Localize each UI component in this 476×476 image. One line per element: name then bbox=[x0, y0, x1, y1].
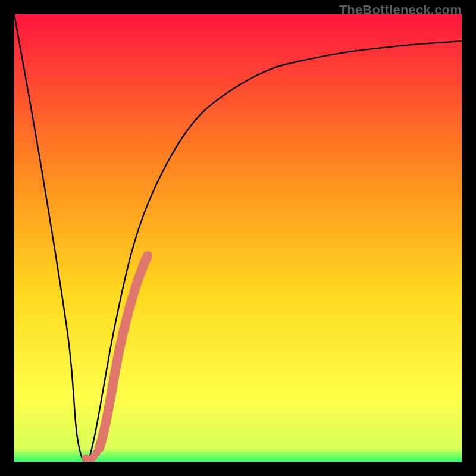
gradient-background bbox=[14, 14, 462, 462]
chart-frame: TheBottleneck.com bbox=[0, 0, 476, 476]
tail-dot bbox=[93, 449, 101, 456]
plot-area bbox=[14, 14, 462, 462]
chart-svg bbox=[14, 14, 462, 462]
watermark-text: TheBottleneck.com bbox=[339, 2, 462, 18]
